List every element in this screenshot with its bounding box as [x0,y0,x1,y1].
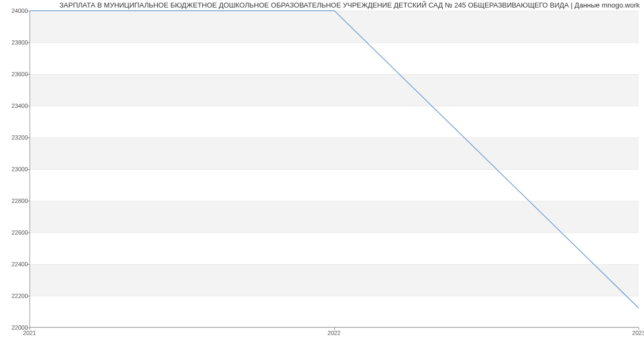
y-tick-label: 23000 [4,166,28,172]
x-tick-label: 2023 [632,330,644,336]
y-tick-label: 23400 [4,103,28,109]
chart-container: ЗАРПЛАТА В МУНИЦИПАЛЬНОЕ БЮДЖЕТНОЕ ДОШКО… [0,0,644,349]
y-tick-label: 23600 [4,71,28,77]
x-tick-label: 2022 [327,330,340,336]
y-tick-label: 24000 [4,8,28,14]
line-chart-svg [30,11,639,327]
y-tick-label: 22400 [4,261,28,267]
chart-title: ЗАРПЛАТА В МУНИЦИПАЛЬНОЕ БЮДЖЕТНОЕ ДОШКО… [0,1,640,9]
plot-area [30,11,639,328]
y-tick-label: 22600 [4,229,28,236]
data-line [30,11,639,308]
y-tick-label: 22800 [4,198,28,204]
y-tick-label: 22200 [4,293,28,299]
x-tick-label: 2021 [23,330,36,336]
y-tick-label: 23800 [4,39,28,46]
y-tick-label: 23200 [4,134,28,141]
